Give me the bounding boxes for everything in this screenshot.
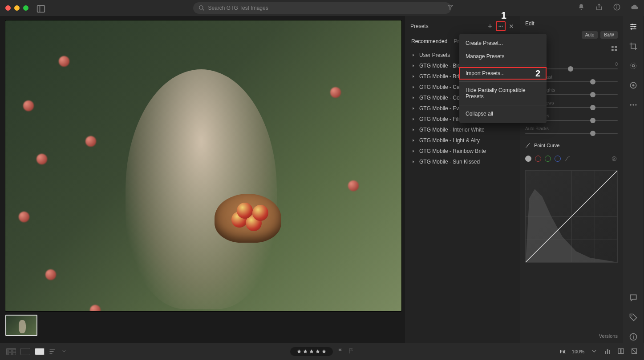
- add-preset-icon[interactable]: [487, 23, 493, 29]
- svg-point-28: [631, 28, 632, 29]
- flag-reject-icon[interactable]: [348, 348, 354, 355]
- edit-sliders-icon[interactable]: [629, 22, 638, 33]
- annotation-2: 2: [535, 68, 540, 79]
- star-icon: [321, 349, 327, 354]
- more-tools-icon[interactable]: [629, 100, 638, 111]
- svg-rect-45: [609, 350, 610, 354]
- svg-rect-47: [621, 349, 624, 354]
- filmstrip: [5, 315, 400, 338]
- svg-line-22: [526, 171, 617, 262]
- filmstrip-thumbnail[interactable]: [5, 315, 37, 336]
- titlebar-right-icons: [577, 3, 639, 13]
- versions-button[interactable]: Versions: [525, 329, 618, 339]
- curve-channels: [525, 155, 618, 162]
- svg-rect-17: [615, 49, 617, 51]
- flag-pick-icon[interactable]: [337, 348, 344, 355]
- svg-point-33: [630, 104, 632, 105]
- info-icon[interactable]: [613, 3, 621, 13]
- svg-rect-43: [605, 351, 606, 354]
- preset-group[interactable]: GTG Mobile - Sun Kissed: [409, 156, 516, 167]
- chevron-right-icon: [411, 160, 416, 164]
- cloud-sync-icon[interactable]: [631, 3, 639, 13]
- sidebar-toggle-icon[interactable]: [36, 4, 45, 12]
- statusbar-center: [290, 347, 354, 356]
- curve-channel-luma[interactable]: [525, 156, 531, 162]
- chevron-right-icon: [411, 128, 416, 132]
- zoom-fit-label[interactable]: Fit: [559, 349, 565, 354]
- tag-icon[interactable]: [629, 313, 638, 324]
- tab-recommended[interactable]: Recommended: [411, 38, 447, 44]
- healing-brush-icon[interactable]: [629, 61, 638, 72]
- info-panel-icon[interactable]: [629, 332, 638, 343]
- rating-stars[interactable]: [290, 347, 333, 356]
- star-icon: [309, 349, 314, 354]
- comments-icon[interactable]: [629, 293, 638, 304]
- crop-icon[interactable]: [629, 42, 638, 52]
- search-icon: [198, 5, 205, 11]
- edit-header: Edit: [525, 20, 618, 27]
- menu-import-label: Import Presets...: [466, 70, 505, 76]
- slider-blacks[interactable]: Auto Blacks: [525, 126, 618, 134]
- profile-browser-icon[interactable]: [611, 45, 618, 54]
- histogram-toggle-icon[interactable]: [604, 348, 611, 356]
- chevron-down-icon[interactable]: [61, 348, 67, 355]
- menu-hide-incompatible[interactable]: Hide Partially Compatible Presets: [459, 84, 547, 103]
- preset-label: User Presets: [419, 52, 450, 58]
- preset-label: GTG Mobile - Rainbow Brite: [419, 148, 486, 154]
- preset-label: GTG Mobile - Light & Airy: [419, 137, 480, 144]
- menu-create-preset[interactable]: Create Preset...: [459, 36, 547, 50]
- window-controls: [5, 5, 28, 11]
- preset-group[interactable]: GTG Mobile - Interior White: [409, 124, 516, 135]
- more-presets-icon[interactable]: [496, 21, 506, 31]
- curve-icon: [525, 143, 531, 148]
- close-window-button[interactable]: [5, 5, 11, 11]
- canvas-column: [0, 16, 405, 343]
- menu-import-presets[interactable]: Import Presets... 2: [459, 67, 547, 80]
- auto-button[interactable]: Auto: [582, 31, 598, 39]
- preset-group[interactable]: GTG Mobile - Light & Airy: [409, 135, 516, 146]
- masking-icon[interactable]: [629, 81, 638, 92]
- detail-view-button[interactable]: [35, 348, 45, 355]
- preset-group[interactable]: GTG Mobile - Rainbow Brite: [409, 146, 516, 156]
- compare-view-button[interactable]: [20, 348, 30, 355]
- curve-channel-red[interactable]: [535, 156, 541, 162]
- point-curve-label: Point Curve: [534, 143, 559, 148]
- close-presets-icon[interactable]: [508, 23, 514, 29]
- presets-dropdown-menu: Create Preset... Manage Presets Import P…: [459, 34, 547, 123]
- search-placeholder: Search GTG Test Images: [208, 5, 268, 11]
- minimize-window-button[interactable]: [14, 5, 20, 11]
- svg-rect-14: [612, 46, 614, 48]
- menu-manage-presets[interactable]: Manage Presets: [459, 50, 547, 63]
- svg-point-29: [632, 65, 635, 67]
- tone-curve[interactable]: [525, 170, 618, 263]
- original-toggle-icon[interactable]: [631, 348, 638, 356]
- chevron-down-icon[interactable]: [591, 348, 598, 356]
- before-after-icon[interactable]: [617, 348, 624, 356]
- grid-view-button[interactable]: [6, 348, 16, 355]
- notification-bell-icon[interactable]: [577, 3, 585, 13]
- svg-rect-16: [612, 49, 614, 51]
- statusbar-right: Fit 100%: [559, 348, 638, 356]
- share-icon[interactable]: [595, 3, 603, 13]
- right-tool-rail: [623, 16, 644, 343]
- svg-rect-0: [37, 6, 45, 12]
- svg-rect-46: [618, 349, 620, 354]
- annotation-1: 1: [501, 10, 506, 21]
- zoom-value[interactable]: 100%: [572, 349, 584, 354]
- svg-point-6: [616, 5, 617, 6]
- svg-point-35: [635, 104, 636, 105]
- svg-point-26: [634, 26, 636, 27]
- search-input[interactable]: Search GTG Test Images: [193, 2, 451, 14]
- fullscreen-window-button[interactable]: [23, 5, 28, 11]
- curve-reset-icon[interactable]: [611, 155, 618, 162]
- curve-channel-green[interactable]: [545, 156, 551, 162]
- curve-parametric-icon[interactable]: [564, 156, 571, 162]
- curve-channel-blue[interactable]: [555, 156, 561, 162]
- bw-button[interactable]: B&W: [600, 31, 618, 39]
- menu-collapse-all[interactable]: Collapse all: [459, 107, 547, 120]
- filter-icon[interactable]: [447, 4, 454, 12]
- sort-icon[interactable]: [49, 349, 57, 354]
- photo-canvas[interactable]: [5, 20, 401, 311]
- statusbar: Fit 100%: [0, 343, 644, 360]
- point-curve-header[interactable]: Point Curve: [525, 143, 618, 148]
